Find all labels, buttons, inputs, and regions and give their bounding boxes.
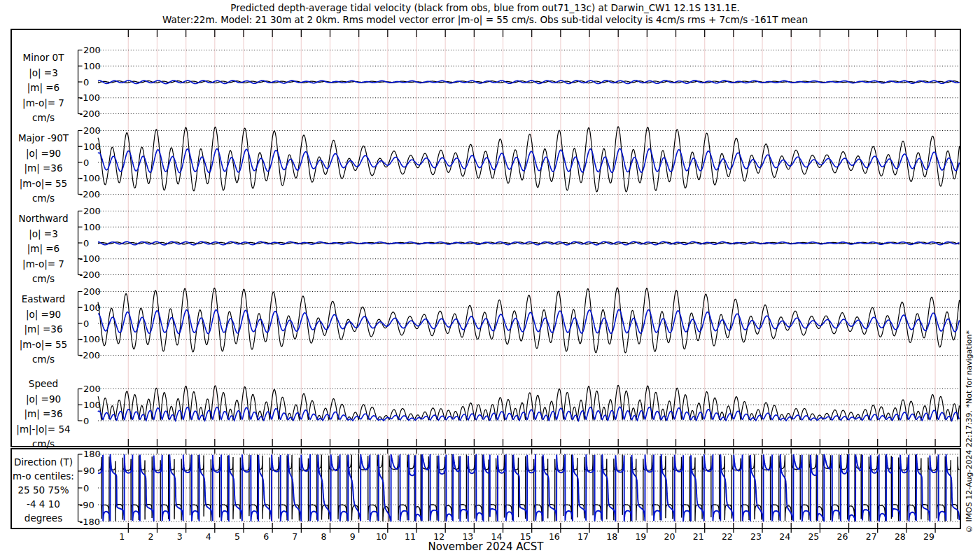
upper-panel-frame: [11, 29, 960, 447]
panel-label-line: cm/s: [7, 437, 80, 452]
panel-label-minor: Minor 0T|o| =3|m| =6|m-o|= 7cm/s: [7, 50, 80, 126]
y-tick-label: 0: [83, 77, 89, 88]
panel-northward: 2001000-100-200: [78, 206, 960, 280]
panel-direction: 180900-90-180: [78, 449, 960, 526]
plot-canvas: 2001000-100-2002001000-100-2002001000-10…: [0, 0, 980, 560]
y-tick-label: 180: [83, 449, 101, 459]
y-tick-label: 0: [83, 318, 89, 329]
panel-label-line: |m-o|= 55: [7, 337, 80, 353]
panel-label-line: |m| =6: [7, 241, 80, 257]
y-tick-label: -200: [80, 270, 101, 280]
panel-label-line: Speed: [7, 377, 80, 392]
panel-label-line: degrees: [7, 511, 80, 525]
panel-label-line: Major -90T: [7, 131, 80, 146]
panel-label-line: cm/s: [7, 352, 80, 368]
panel-label-northward: Northward|o| =3|m| =6|m-o|= 7cm/s: [7, 211, 80, 287]
watermark-text: © IMOS 12-Aug-2024 22:17:39. *Not for na…: [965, 279, 974, 533]
y-tick-label: -90: [80, 500, 94, 510]
x-axis-label: November 2024 ACST: [11, 540, 960, 553]
y-tick-label: 0: [83, 416, 89, 426]
y-tick-label: -200: [80, 108, 101, 119]
y-tick-label: 200: [83, 45, 101, 55]
y-tick-label: 100: [83, 222, 101, 232]
panel-label-line: Minor 0T: [7, 50, 80, 66]
panel-label-line: Northward: [7, 211, 80, 227]
panel-label-line: |m-o|= 7: [7, 96, 80, 111]
y-tick-label: -200: [80, 189, 101, 200]
y-tick-label: -100: [80, 173, 101, 183]
panel-label-line: cm/s: [7, 272, 80, 287]
y-tick-label: -100: [80, 334, 101, 344]
panel-label-line: m-o centiles:: [7, 469, 80, 483]
y-tick-label: 0: [83, 238, 89, 248]
y-tick-label: 200: [83, 206, 101, 216]
panel-label-line: |m-o|= 7: [7, 257, 80, 272]
y-tick-label: 200: [83, 125, 101, 136]
panel-label-line: 25 50 75%: [7, 483, 80, 497]
panel-label-line: |o| =90: [7, 392, 80, 407]
curve-observed-eastward: [98, 288, 960, 353]
panel-label-line: -4 4 10: [7, 497, 80, 511]
panel-label-line: |m| =6: [7, 80, 80, 96]
y-tick-label: 100: [83, 400, 101, 410]
panel-label-line: cm/s: [7, 191, 80, 206]
y-tick-label: 200: [83, 286, 101, 297]
panel-major: 2001000-100-200: [78, 125, 960, 200]
panel-label-line: |o| =3: [7, 227, 80, 242]
panel-label-line: |m| =36: [7, 407, 80, 422]
y-tick-label: -100: [80, 92, 101, 103]
h-gridlines-major: [98, 131, 960, 195]
panel-label-line: |m|-|o|= 54: [7, 422, 80, 438]
y-tick-label: -180: [80, 517, 101, 527]
y-tick-label: 100: [83, 141, 101, 152]
y-tick-label: 200: [83, 384, 101, 394]
y-tick-label: -100: [80, 253, 101, 264]
panel-speed: 2001000: [78, 384, 960, 426]
y-tick-label: 90: [83, 465, 95, 476]
figure: Predicted depth-average tidal velocity (…: [0, 0, 980, 560]
panel-label-eastward: Eastward|o| =90|m| =36|m-o|= 55cm/s: [7, 292, 80, 368]
frames: [11, 29, 960, 528]
panel-label-line: Eastward: [7, 292, 80, 307]
y-tick-label: -200: [80, 350, 101, 360]
panel-label-line: |o| =3: [7, 66, 80, 81]
panel-minor: 2001000-100-200: [78, 45, 960, 119]
panel-label-line: |o| =90: [7, 307, 80, 323]
panel-label-line: cm/s: [7, 111, 80, 126]
panel-label-line: |m| =36: [7, 322, 80, 337]
day-gridlines-top: [128, 30, 935, 445]
panel-label-line: |o| =90: [7, 146, 80, 162]
y-tick-label: 100: [83, 61, 101, 71]
y-tick-label: 0: [83, 483, 89, 493]
y-tick-label: 0: [83, 158, 89, 168]
panel-label-speed: Speed|o| =90|m| =36|m|-|o|= 54cm/s: [7, 377, 80, 452]
panel-label-line: |m-o|= 55: [7, 176, 80, 192]
panel-label-line: Direction (T): [7, 455, 80, 469]
panel-label-line: |m| =36: [7, 161, 80, 176]
panel-eastward: 2001000-100-200: [78, 286, 960, 360]
panel-label-direction: Direction (T)m-o centiles:25 50 75%-4 4 …: [7, 455, 80, 525]
panel-label-major: Major -90T|o| =90|m| =36|m-o|= 55cm/s: [7, 131, 80, 206]
